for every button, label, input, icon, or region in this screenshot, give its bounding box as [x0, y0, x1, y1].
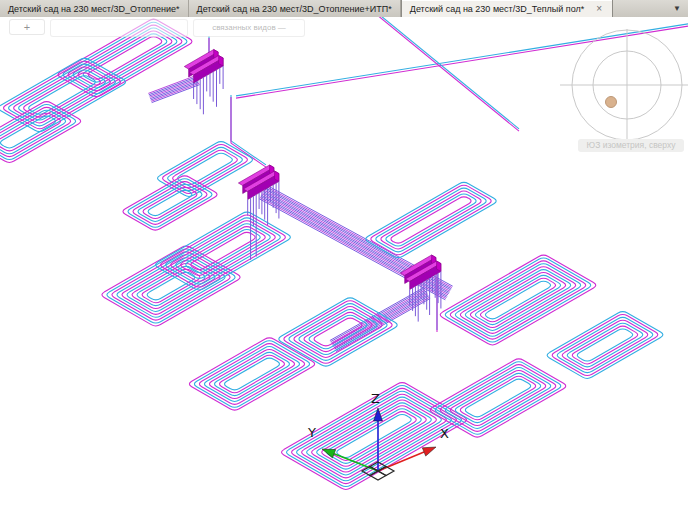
dropdown-arrow-icon: ▼ — [673, 4, 681, 13]
document-tab-label: Детский сад на 230 мест/3D_Теплый пол* — [410, 4, 584, 14]
heating-loop-room[interactable] — [547, 312, 663, 379]
heating-loop-room[interactable] — [102, 246, 240, 326]
tab-close-icon[interactable]: × — [594, 4, 604, 14]
ghost-view-tab-1[interactable] — [50, 19, 188, 37]
heating-loop-room[interactable] — [189, 338, 314, 410]
ghost-view-tab-row: + связанных видов — — [0, 19, 305, 37]
drawing-canvas[interactable]: ZXY — [0, 17, 688, 530]
cad-application-window: Детский сад на 230 мест/3D_Отопление*Дет… — [0, 0, 688, 530]
heating-loop-room[interactable] — [366, 182, 496, 257]
heating-loop-room[interactable] — [279, 298, 397, 366]
document-tab-label: Детский сад на 230 мест/3D_Отопление* — [8, 4, 180, 14]
axis-y-label: Y — [307, 425, 316, 440]
nav-position-dot[interactable] — [606, 97, 617, 108]
view-orientation-label: ЮЗ изометрия, сверху — [578, 139, 684, 152]
3d-floor-heating-view[interactable]: ZXY — [0, 17, 688, 530]
document-tab-bar: Детский сад на 230 мест/3D_Отопление*Дет… — [0, 0, 688, 18]
navigation-sphere[interactable] — [560, 29, 688, 142]
heating-loop-room[interactable] — [440, 255, 596, 345]
pipe-pair[interactable] — [376, 17, 519, 131]
document-tab-3[interactable]: Детский сад на 230 мест/3D_Теплый пол*× — [401, 0, 613, 17]
pipe-trunk[interactable] — [148, 75, 199, 102]
axis-z-label: Z — [371, 391, 380, 406]
document-tab-label: Детский сад на 230 мест/3D_Отопление+ИТП… — [197, 4, 392, 14]
new-view-tab-button[interactable]: + — [9, 19, 45, 35]
tab-overflow-dropdown[interactable]: ▼ — [666, 0, 688, 17]
heating-loop-room[interactable] — [430, 359, 566, 437]
ghost-view-tab-2[interactable]: связанных видов — — [193, 19, 305, 37]
heating-loop-room[interactable] — [0, 58, 126, 131]
document-tab-1[interactable]: Детский сад на 230 мест/3D_Отопление* — [0, 0, 189, 17]
axis-x-label: X — [440, 426, 449, 441]
document-tab-2[interactable]: Детский сад на 230 мест/3D_Отопление+ИТП… — [189, 0, 401, 17]
